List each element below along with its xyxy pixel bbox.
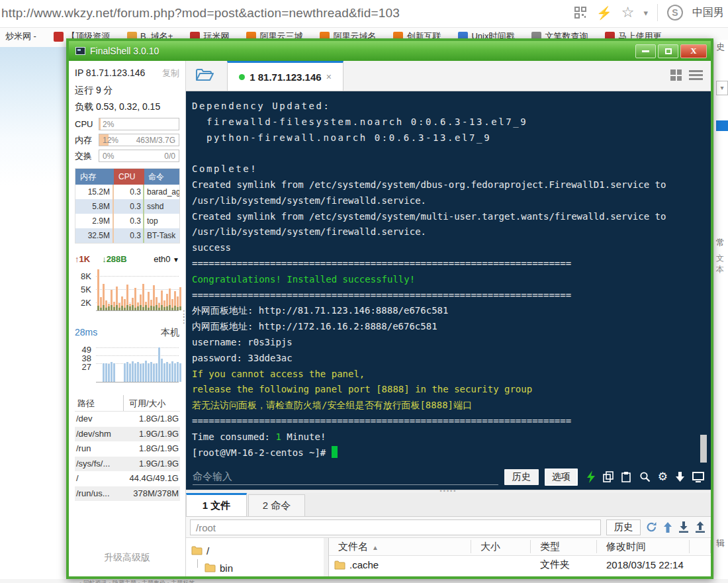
bookmark-item[interactable]: 炒米网 - [5, 30, 36, 42]
cpu-meter: CPU 2% [75, 118, 179, 130]
net-ytick: 5K [73, 285, 91, 294]
close-button[interactable]: X [680, 44, 707, 58]
tree-scrollbar[interactable] [324, 538, 328, 576]
copy-ip-button[interactable]: 复制 [162, 67, 179, 79]
chart-bar [174, 306, 176, 310]
connection-manager-button[interactable] [195, 67, 214, 82]
process-row[interactable]: 32.5M0.3BT-Task [75, 228, 179, 243]
path-history-button[interactable]: 历史 [606, 519, 641, 535]
disk-row[interactable]: /dev/shm1.9G/1.9G [75, 427, 180, 442]
disk-row[interactable]: /sys/fs/...1.9G/1.9G [75, 457, 180, 472]
url-text[interactable]: http://www.wkzy.net/forum.php?mod=post&a… [1, 6, 400, 21]
chart-bar [137, 362, 139, 382]
tab-close-icon[interactable]: × [326, 71, 332, 82]
download-file-icon[interactable] [678, 521, 689, 533]
toolbar-dropdown-icon[interactable]: ▾ [643, 8, 648, 18]
chart-bar [161, 305, 163, 310]
download-arrow-icon[interactable] [675, 471, 685, 482]
chart-bar [163, 307, 165, 310]
chart-bar [140, 364, 142, 382]
folder-icon [191, 546, 203, 555]
chart-bar [169, 305, 171, 310]
chart-bar [177, 362, 179, 382]
chart-bar [129, 306, 131, 310]
run-lightning-icon[interactable] [586, 471, 596, 483]
browser-url-bar[interactable]: http://www.wkzy.net/forum.php?mod=post&a… [0, 0, 728, 27]
refresh-icon[interactable] [646, 521, 657, 533]
terminal-line: release the following panel port [8888] … [192, 382, 711, 398]
chart-bar [148, 363, 150, 382]
session-tab-strip: 1 81.71.123.146 × [186, 61, 711, 91]
process-row[interactable]: 5.8M0.3sshd [75, 199, 179, 214]
tab-commands[interactable]: 2 命令 [248, 494, 305, 516]
terminal-scrollbar-thumb[interactable] [700, 435, 707, 463]
chart-bar [179, 363, 181, 382]
menu-icon[interactable] [689, 69, 703, 81]
region-label[interactable]: 中国男 [692, 6, 724, 20]
process-row[interactable]: 2.9M0.3top [75, 214, 179, 228]
minimize-button[interactable] [635, 44, 656, 58]
window-title: FinalShell 3.0.10 [90, 46, 159, 56]
chart-bar [132, 305, 134, 310]
qr-code-icon[interactable] [574, 6, 587, 19]
command-input[interactable]: 命令输入 [193, 469, 498, 485]
tab-files[interactable]: 1 文件 [186, 493, 247, 516]
disk-row[interactable]: /44.4G/49.1G [75, 471, 180, 486]
copy-icon[interactable] [603, 471, 614, 482]
chart-bar [113, 363, 115, 382]
search-icon[interactable] [639, 471, 651, 482]
terminal-line: Dependency Updated: [192, 99, 711, 114]
grid-view-icon[interactable] [670, 69, 682, 81]
sort-asc-icon: ▲ [372, 544, 379, 551]
chart-bar [97, 306, 99, 310]
chart-bar [100, 308, 102, 310]
lightning-icon[interactable]: ⚡ [596, 5, 612, 21]
file-row[interactable] [329, 574, 711, 576]
options-button[interactable]: 选项 [545, 469, 578, 486]
history-button[interactable]: 历史 [504, 469, 539, 485]
toolbar-separator [657, 4, 658, 21]
terminal-line: Created symlink from /etc/systemd/system… [192, 177, 711, 193]
chevron-down-icon: ▼ [173, 256, 179, 263]
file-table-header[interactable]: 文件名▲ 大小 类型 修改时间 [329, 538, 711, 556]
paste-icon[interactable] [621, 471, 632, 482]
network-labels: ↑1K ↓288B eth0 ▼ [75, 254, 179, 264]
memory-meter: 内存 12%463M/3.7G [75, 134, 179, 146]
disk-row[interactable]: /run1.8G/1.9G [75, 441, 180, 457]
process-table-header[interactable]: 内存 CPU 命令 [75, 169, 179, 185]
tree-item[interactable]: / [191, 542, 328, 559]
interface-dropdown[interactable]: eth0 ▼ [154, 254, 179, 264]
page-bottom-strip: ◦ 回帖资讯 ◦ 隐藏主题 ◦ 主题售价 ◦ 主题标签 [0, 579, 728, 583]
sogou-logo-icon[interactable]: S [667, 5, 683, 21]
chart-bar [132, 361, 134, 382]
ping-ytick: 27 [73, 362, 91, 372]
parent-directory-icon[interactable] [663, 522, 672, 533]
page-blue-bar-fragment [716, 120, 728, 131]
disk-row[interactable]: /dev1.8G/1.8G [75, 412, 180, 427]
terminal-lines: Dependency Updated: firewalld-filesystem… [192, 99, 711, 461]
terminal-line: /usr/lib/systemd/system/firewalld.servic… [192, 224, 711, 240]
file-row[interactable]: .cache文件夹2018/03/15 22:14 [329, 556, 711, 574]
terminal-output[interactable]: Dependency Updated: firewalld-filesystem… [186, 91, 711, 467]
path-toolbar: /root 历史 [186, 517, 711, 538]
net-ytick: 2K [73, 298, 91, 308]
col-extra [690, 540, 711, 553]
process-row[interactable]: 15.2M0.3barad_ag [75, 185, 179, 199]
load-label: 负载 0.53, 0.32, 0.15 [75, 101, 179, 113]
process-rows: 15.2M0.3barad_ag5.8M0.3sshd2.9M0.3top32.… [75, 185, 179, 243]
maximize-icon [665, 48, 672, 54]
sidebar-resize-handle[interactable]: ⋮⋮ [179, 311, 189, 323]
page-fragment: 文本 [716, 253, 728, 275]
disk-row[interactable]: /run/us...378M/378M [75, 486, 180, 502]
path-input[interactable]: /root [190, 519, 601, 535]
upgrade-link[interactable]: 升级高级版 [69, 552, 185, 564]
session-tab[interactable]: 1 81.71.123.146 × [227, 61, 343, 91]
disk-table-header[interactable]: 路径 可用/大小 [75, 395, 180, 412]
favorite-star-icon[interactable]: ☆ [621, 4, 635, 21]
upload-file-icon[interactable] [695, 521, 705, 533]
window-title-bar[interactable]: FinalShell 3.0.10 X [69, 41, 711, 61]
gear-icon[interactable]: ⚙ [658, 471, 668, 482]
new-window-icon[interactable] [692, 472, 704, 482]
tree-item[interactable]: bin [191, 559, 328, 576]
maximize-button[interactable] [658, 44, 678, 58]
